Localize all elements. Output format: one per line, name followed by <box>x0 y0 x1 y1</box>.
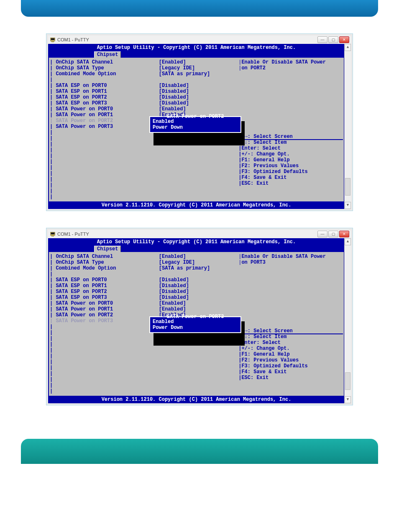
setting-value[interactable]: [Disabled] <box>159 283 238 289</box>
setting-value[interactable]: [Legacy IDE] <box>159 260 238 265</box>
setting-value[interactable]: [Enabled] <box>159 254 238 260</box>
setting-name[interactable]: | SATA ESP on PORT1 <box>50 283 159 289</box>
setting-name[interactable]: | OnChip SATA Type <box>50 65 159 71</box>
window-title: COM1 - PuTTY <box>57 232 89 237</box>
setting-value[interactable]: [SATA as primary] <box>159 265 238 271</box>
help-key-hint: |F4: Save & Exit <box>238 369 343 375</box>
bios-header: Aptio Setup Utility - Copyright (C) 2011… <box>48 238 345 246</box>
help-text-line1: Enable Or Disable SATA Power <box>241 59 326 65</box>
setting-name[interactable]: | <box>50 271 159 277</box>
setting-name[interactable]: | SATA Power on PORT1 <box>50 306 159 312</box>
setting-name[interactable]: | SATA Power on PORT0 <box>50 106 159 112</box>
setting-value[interactable]: [Disabled] <box>159 277 238 283</box>
help-text-line1: Enable Or Disable SATA Power <box>241 254 326 260</box>
setting-name[interactable]: | SATA ESP on PORT0 <box>50 83 159 89</box>
help-key-hint: |F3: Optimized Defaults <box>238 363 343 369</box>
popup-option[interactable]: Enabled <box>153 319 238 325</box>
help-key-hint: |↑↓: Select Item <box>238 334 343 340</box>
setting-value[interactable]: [Legacy IDE] <box>159 65 238 71</box>
bios-tab-row: Chipset <box>48 51 345 58</box>
help-text-line2: on PORT3 <box>241 260 266 265</box>
bios-tab-row: Chipset <box>48 246 345 252</box>
setting-value[interactable]: [Enabled] <box>159 106 238 112</box>
window-titlebar: COM1 - PuTTY — ▢ ✕ <box>48 36 351 44</box>
help-text-line2: on PORT2 <box>241 65 266 71</box>
setting-value[interactable]: [Disabled] <box>159 89 238 94</box>
popup-dialog[interactable]: SATA Power on PORT3 EnabledPower Down <box>149 316 241 333</box>
help-key-hint: |ESC: Exit <box>238 181 343 186</box>
setting-name[interactable]: | SATA Power on PORT3 <box>50 318 159 324</box>
setting-value[interactable]: [Disabled] <box>159 295 238 300</box>
help-key-hint: |F2: Previous Values <box>238 163 343 169</box>
setting-name[interactable]: | SATA ESP on PORT0 <box>50 277 159 283</box>
help-key-hint: |←→: Select Screen <box>238 328 343 334</box>
scroll-thumb[interactable] <box>345 372 350 390</box>
setting-name[interactable]: | SATA Power on PORT1 <box>50 112 159 118</box>
setting-value[interactable] <box>159 271 238 277</box>
setting-name[interactable]: | SATA ESP on PORT2 <box>50 94 159 100</box>
setting-name[interactable]: | Combined Mode Option <box>50 265 159 271</box>
svg-rect-4 <box>51 233 55 234</box>
screenshot-1: COM1 - PuTTY — ▢ ✕ Aptio Setup Utility -… <box>46 33 353 211</box>
scrollbar[interactable]: ▲ ▼ <box>344 44 351 209</box>
help-key-hint: |F4: Save & Exit <box>238 175 343 181</box>
setting-name[interactable]: | SATA Power on PORT2 <box>50 312 159 318</box>
setting-name[interactable]: | OnChip SATA Type <box>50 260 159 265</box>
popup-option[interactable]: Power Down <box>153 125 238 130</box>
putty-icon <box>50 37 56 43</box>
setting-name[interactable]: | SATA Power on PORT2 <box>50 118 159 124</box>
scroll-thumb[interactable] <box>345 178 350 196</box>
setting-name[interactable]: | OnChip SATA Channel <box>50 254 159 260</box>
setting-name[interactable]: | <box>50 77 159 83</box>
maximize-button[interactable]: ▢ <box>328 36 338 43</box>
help-key-hint: |Enter: Select <box>238 145 343 151</box>
scroll-up-button[interactable]: ▲ <box>345 238 351 245</box>
popup-option[interactable]: Power Down <box>153 325 238 331</box>
svg-rect-5 <box>51 236 54 237</box>
setting-value[interactable]: [Disabled] <box>159 100 238 106</box>
svg-rect-1 <box>51 38 55 40</box>
page-header-banner <box>21 0 378 17</box>
window-titlebar: COM1 - PuTTY — ▢ ✕ <box>48 230 351 238</box>
help-key-hint: |F1: General Help <box>238 157 343 163</box>
close-button[interactable]: ✕ <box>339 36 349 43</box>
setting-value[interactable]: [Disabled] <box>159 94 238 100</box>
setting-name[interactable]: | SATA Power on PORT3 <box>50 124 159 130</box>
setting-name[interactable]: | OnChip SATA Channel <box>50 59 159 65</box>
bios-body: | OnChip SATA Channel| OnChip SATA Type|… <box>48 58 345 201</box>
setting-name[interactable]: | SATA Power on PORT0 <box>50 300 159 306</box>
setting-name[interactable]: | SATA ESP on PORT1 <box>50 89 159 94</box>
bios-header: Aptio Setup Utility - Copyright (C) 2011… <box>48 44 345 51</box>
setting-name[interactable]: | SATA ESP on PORT3 <box>50 295 159 300</box>
scroll-down-button[interactable]: ▼ <box>345 202 351 209</box>
help-key-hint: |F1: General Help <box>238 351 343 357</box>
tab-chipset[interactable]: Chipset <box>94 51 121 58</box>
tab-chipset[interactable]: Chipset <box>94 246 121 252</box>
setting-value[interactable]: [Disabled] <box>159 83 238 89</box>
help-key-hint: |+/-: Change Opt. <box>238 151 343 157</box>
help-key-hint: |F3: Optimized Defaults <box>238 169 343 175</box>
setting-value[interactable] <box>159 77 238 83</box>
setting-name[interactable]: | SATA ESP on PORT2 <box>50 289 159 295</box>
scroll-down-button[interactable]: ▼ <box>345 396 351 403</box>
maximize-button[interactable]: ▢ <box>328 231 338 237</box>
popup-dialog[interactable]: SATA Power on PORT2 EnabledPower Down <box>149 116 241 133</box>
scrollbar[interactable]: ▲ ▼ <box>344 238 351 403</box>
setting-name[interactable]: | SATA ESP on PORT3 <box>50 100 159 106</box>
close-button[interactable]: ✕ <box>339 231 349 237</box>
setting-value[interactable]: [Enabled] <box>159 306 238 312</box>
scroll-up-button[interactable]: ▲ <box>345 44 351 51</box>
minimize-button[interactable]: — <box>317 36 327 43</box>
setting-value[interactable]: [Enabled] <box>159 300 238 306</box>
minimize-button[interactable]: — <box>317 231 327 237</box>
setting-value[interactable]: [SATA as primary] <box>159 71 238 77</box>
popup-option[interactable]: Enabled <box>153 119 238 125</box>
setting-name[interactable]: | Combined Mode Option <box>50 71 159 77</box>
putty-icon <box>50 231 56 237</box>
setting-value[interactable]: [Enabled] <box>159 59 238 65</box>
setting-value[interactable]: [Disabled] <box>159 289 238 295</box>
popup-title: SATA Power on PORT2 <box>165 114 226 120</box>
help-key-hint: |Enter: Select <box>238 340 343 346</box>
help-key-hint: |ESC: Exit <box>238 375 343 381</box>
bios-body: | OnChip SATA Channel| OnChip SATA Type|… <box>48 252 345 396</box>
